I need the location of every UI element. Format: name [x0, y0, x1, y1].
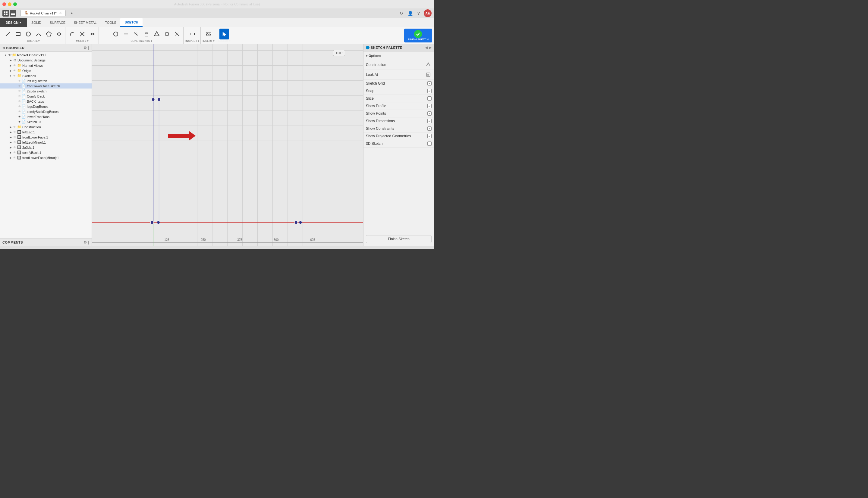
comfy-back-dog-bones-eye[interactable]: 👁: [18, 110, 21, 113]
canvas[interactable]: -125 -250 -375 -500 -625 TOP: [92, 44, 363, 246]
polygon-tool[interactable]: [44, 29, 54, 39]
tree-comfy-back-1[interactable]: ▶ 👁 🔲 comfyBack:1: [0, 150, 92, 155]
fillet-tool[interactable]: [67, 29, 77, 39]
show-constraints-row[interactable]: Show Constraints ✓: [363, 125, 434, 132]
tab-tools[interactable]: TOOLS: [101, 18, 120, 27]
help-icon[interactable]: ?: [415, 10, 422, 16]
front-lower-face-1-eye[interactable]: 👁: [13, 135, 16, 139]
tree-front-lower-face-1[interactable]: ▶ 👁 🔲 frontLowerFace:1: [0, 134, 92, 140]
palette-expand-right[interactable]: ▶: [429, 45, 432, 50]
midpoint-constraint[interactable]: [173, 29, 182, 39]
front-lower-face-sketch-eye[interactable]: 👁: [18, 84, 21, 88]
tab-surface[interactable]: SURFACE: [46, 18, 69, 27]
timeline[interactable]: [48, 249, 423, 249]
account-icon[interactable]: 👤: [407, 10, 413, 16]
timeline-settings[interactable]: ⚙: [424, 248, 432, 249]
tree-left-leg-sketch[interactable]: ▶ 👁 📄 left leg sketch: [0, 78, 92, 83]
tree-doc-settings[interactable]: ▶ ⚙ Document Settings: [0, 57, 92, 63]
sketches-eye[interactable]: 👁: [13, 74, 16, 77]
tree-named-views[interactable]: ▶ 👁 📁 Named Views: [0, 63, 92, 68]
browser-collapse-icon[interactable]: ◀: [2, 46, 5, 49]
back-tabs-eye[interactable]: 👁: [18, 100, 21, 103]
insert-label[interactable]: INSERT ▾: [203, 39, 215, 42]
finish-sketch-button[interactable]: FINISH SKETCH: [404, 29, 432, 42]
close-button[interactable]: [2, 2, 6, 6]
tree-sketch10[interactable]: ▶ 👁 📄 Sketch10: [0, 119, 92, 124]
snap-row[interactable]: Snap ✓: [363, 87, 434, 95]
look-at-row[interactable]: Look At: [363, 70, 434, 80]
root-visibility-icon[interactable]: 👁: [9, 53, 11, 56]
rect-tool[interactable]: [13, 29, 23, 39]
show-dimensions-row[interactable]: Show Dimensions ✓: [363, 117, 434, 125]
tree-origin[interactable]: ▶ 👁 📁 Origin: [0, 68, 92, 73]
show-projected-geometries-checkbox[interactable]: ✓: [427, 134, 432, 138]
front-lower-face-mirror-1-eye[interactable]: 👁: [13, 156, 16, 159]
lock-constraint[interactable]: [142, 29, 151, 39]
horizontal-constraint[interactable]: [101, 29, 110, 39]
slice-checkbox[interactable]: [427, 96, 432, 101]
comments-settings-icon[interactable]: ⚙: [84, 240, 87, 245]
browser-settings-icon[interactable]: ⚙: [84, 46, 87, 50]
timeline-end[interactable]: ⏭: [39, 248, 46, 249]
doc-tab[interactable]: 🪑 Rocket Chair v11* ✕: [21, 10, 66, 16]
tree-lower-front-tabs[interactable]: ▶ 👁 📄 lowerFrontTabs: [0, 114, 92, 119]
tree-front-lower-face-mirror-1[interactable]: ▶ 👁 🔲 frontLowerFace(Mirror):1: [0, 155, 92, 160]
slice-row[interactable]: Slice: [363, 95, 434, 102]
root-info-icon[interactable]: ℹ: [45, 53, 47, 56]
tab-sheet-metal[interactable]: SHEET METAL: [69, 18, 101, 27]
show-profile-checkbox[interactable]: ✓: [427, 104, 432, 108]
tree-left-leg-mirror-1[interactable]: ▶ 👁 🔲 leftLeg(Mirror):1: [0, 140, 92, 145]
user-avatar[interactable]: AE: [424, 9, 432, 17]
sketch10-eye[interactable]: 👁: [18, 120, 21, 123]
browser-pin-icon[interactable]: |: [88, 46, 89, 50]
parallel-constraint[interactable]: [131, 29, 141, 39]
symmetric-constraint[interactable]: [162, 29, 172, 39]
design-dropdown[interactable]: DESIGN ▾: [0, 18, 27, 27]
offset-tool[interactable]: [88, 29, 97, 39]
tree-front-lower-face-sketch[interactable]: ▶ 👁 📄 front lower face sketch: [0, 83, 92, 89]
inspect-label[interactable]: INSPECT ▾: [186, 39, 199, 42]
show-points-row[interactable]: Show Points ✓: [363, 110, 434, 117]
comfy-back-eye[interactable]: 👁: [18, 94, 21, 98]
modify-label[interactable]: MODIFY ▾: [76, 39, 89, 42]
timeline-play[interactable]: ▶: [21, 248, 28, 249]
named-views-eye[interactable]: 👁: [13, 64, 16, 67]
maximize-button[interactable]: [13, 2, 17, 6]
timeline-start[interactable]: ⏮: [2, 248, 10, 249]
doc-tab-close[interactable]: ✕: [59, 11, 62, 15]
construction-eye[interactable]: 👁: [13, 125, 16, 129]
mirror-tool[interactable]: [54, 29, 64, 39]
palette-finish-sketch-button[interactable]: Finish Sketch: [366, 235, 432, 243]
3d-sketch-row[interactable]: 3D Sketch: [363, 140, 434, 147]
trim-tool[interactable]: [77, 29, 87, 39]
sync-icon[interactable]: ⟳: [398, 10, 405, 16]
select-tool[interactable]: [219, 29, 229, 39]
tree-legs-dog-bones[interactable]: ▶ 👁 📄 legsDogBones: [0, 104, 92, 109]
show-points-checkbox[interactable]: ✓: [427, 112, 432, 116]
legs-dog-bones-eye[interactable]: 👁: [18, 105, 21, 108]
insert-image-tool[interactable]: [204, 29, 213, 39]
tab-sketch[interactable]: SKETCH: [120, 18, 142, 27]
grid-icon[interactable]: [2, 10, 9, 16]
left-leg-mirror-1-eye[interactable]: 👁: [13, 141, 16, 144]
left-leg-1-eye[interactable]: 👁: [13, 130, 16, 134]
minimize-button[interactable]: [8, 2, 11, 6]
options-section-title[interactable]: ▾ Options: [366, 53, 432, 59]
look-at-icon-btn[interactable]: [425, 71, 432, 78]
timeline-next[interactable]: ⏩: [29, 248, 37, 249]
lower-front-tabs-eye[interactable]: 👁: [18, 115, 21, 118]
show-profile-row[interactable]: Show Profile ✓: [363, 102, 434, 110]
tree-construction[interactable]: ▶ 👁 📁 Construction: [0, 124, 92, 130]
line-tool[interactable]: [3, 29, 13, 39]
timeline-prev[interactable]: ⏪: [11, 248, 19, 249]
tree-back-tabs[interactable]: ▶ 👁 📄 BACK_tabs: [0, 99, 92, 104]
2a3da-1-eye[interactable]: 👁: [13, 146, 16, 149]
create-label[interactable]: CREATE ▾: [27, 39, 40, 42]
palette-collapse-left[interactable]: ◀: [425, 45, 428, 50]
tree-comfy-back[interactable]: ▶ 👁 📄 Comfy Back: [0, 94, 92, 99]
tab-solid[interactable]: SOLID: [27, 18, 46, 27]
comments-pin-icon[interactable]: |: [88, 240, 89, 245]
measure-tool[interactable]: [188, 29, 197, 39]
show-projected-geometries-row[interactable]: Show Projected Geometries ✓: [363, 132, 434, 140]
hamburger-icon[interactable]: [10, 10, 16, 16]
